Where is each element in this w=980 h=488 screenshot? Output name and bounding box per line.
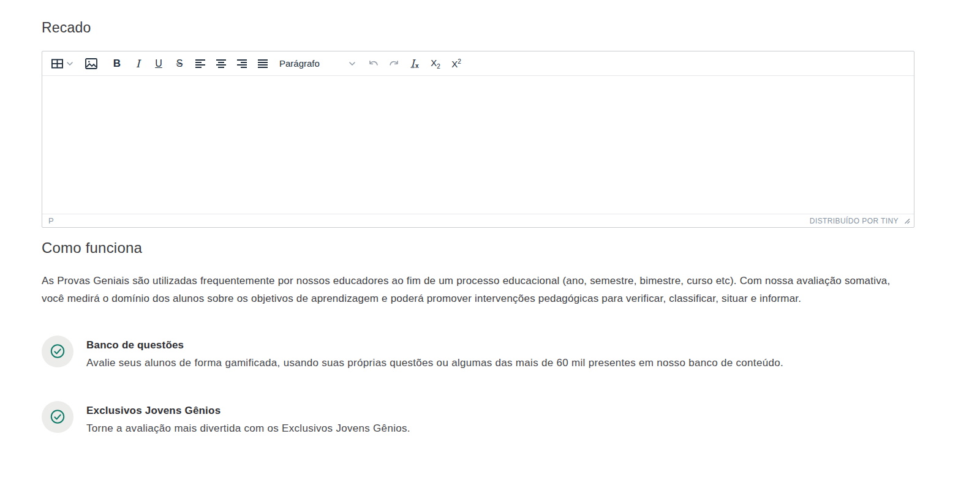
resize-handle-icon[interactable]: [904, 218, 910, 224]
clear-formatting-icon: Ix: [411, 58, 419, 69]
feature-title: Banco de questões: [86, 339, 783, 351]
element-path[interactable]: P: [48, 216, 54, 225]
feature-description: Avalie seus alunos de forma gamificada, …: [86, 357, 783, 369]
undo-icon: [367, 57, 380, 70]
redo-button[interactable]: [383, 53, 404, 74]
strikethrough-icon: S: [176, 58, 183, 69]
justify-button[interactable]: [252, 53, 273, 74]
feature-text: Exclusivos Jovens Gênios Torne a avaliaç…: [86, 401, 410, 435]
chevron-down-icon: [349, 62, 355, 66]
page: Recado: [0, 0, 980, 435]
superscript-button[interactable]: X2: [446, 53, 467, 74]
redo-icon: [388, 57, 401, 70]
justify-icon: [258, 59, 268, 68]
bold-button[interactable]: B: [107, 53, 127, 74]
check-circle-icon: [48, 342, 67, 361]
undo-button[interactable]: [363, 53, 383, 74]
editor-content[interactable]: [42, 76, 914, 214]
feature-text: Banco de questões Avalie seus alunos de …: [86, 336, 783, 369]
chevron-down-icon: [67, 62, 73, 66]
paragraph-format-select[interactable]: Parágrafo: [276, 53, 360, 74]
feature-description: Torne a avaliação mais divertida com os …: [86, 422, 410, 435]
feature-list: Banco de questões Avalie seus alunos de …: [42, 336, 980, 435]
superscript-icon: X2: [451, 58, 461, 69]
list-item: Banco de questões Avalie seus alunos de …: [42, 336, 980, 369]
image-icon: [85, 58, 97, 69]
align-right-icon: [237, 59, 247, 68]
section-title: Como funciona: [42, 239, 980, 257]
feature-icon-badge: [42, 336, 74, 367]
editor-statusbar: P DISTRIBUÍDO POR TINY: [42, 214, 914, 227]
align-left-button[interactable]: [190, 53, 211, 74]
italic-icon: I: [136, 58, 140, 70]
align-left-icon: [195, 59, 206, 68]
subscript-icon: X2: [431, 58, 440, 70]
feature-title: Exclusivos Jovens Gênios: [86, 405, 410, 417]
tiny-branding[interactable]: DISTRIBUÍDO POR TINY: [810, 217, 899, 225]
table-icon: [51, 59, 63, 69]
paragraph-format-label: Parágrafo: [279, 58, 320, 69]
clear-formatting-button[interactable]: Ix: [404, 53, 425, 74]
page-title: Recado: [42, 20, 980, 36]
check-circle-icon: [48, 408, 67, 426]
align-right-button[interactable]: [232, 53, 252, 74]
underline-button[interactable]: U: [148, 53, 169, 74]
bold-icon: B: [113, 58, 121, 70]
feature-icon-badge: [42, 401, 74, 433]
align-center-button[interactable]: [211, 53, 232, 74]
table-button[interactable]: [48, 53, 76, 74]
underline-icon: U: [155, 58, 162, 69]
subscript-button[interactable]: X2: [425, 53, 446, 74]
italic-button[interactable]: I: [127, 53, 148, 74]
editor-toolbar: B I U S: [42, 51, 914, 76]
image-button[interactable]: [81, 53, 102, 74]
list-item: Exclusivos Jovens Gênios Torne a avaliaç…: [42, 401, 980, 435]
tinymce-editor: B I U S: [42, 51, 914, 228]
section-description: As Provas Geniais são utilizadas frequen…: [42, 272, 914, 307]
align-center-icon: [216, 59, 227, 68]
strikethrough-button[interactable]: S: [169, 53, 190, 74]
